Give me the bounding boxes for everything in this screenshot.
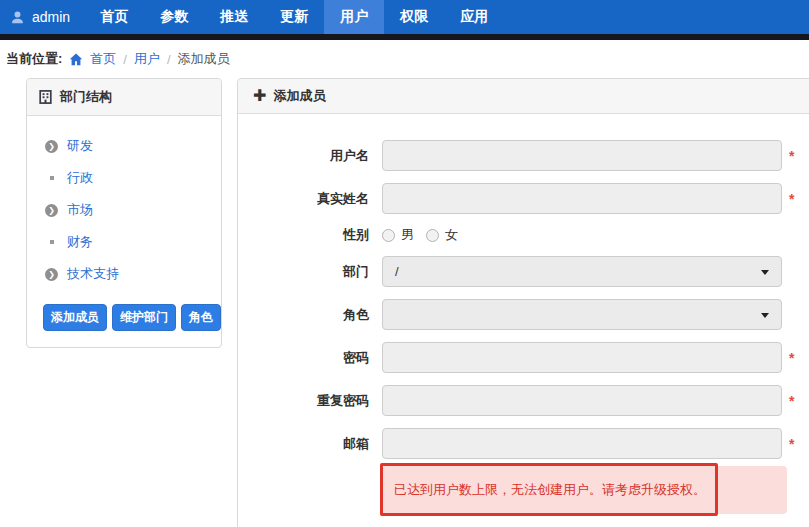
breadcrumb-item-users[interactable]: 用户 bbox=[134, 50, 160, 68]
current-user[interactable]: admin bbox=[0, 0, 84, 34]
department-panel: 部门结构 ❯研发行政❯市场财务❯技术支持 添加成员维护部门角色 bbox=[26, 78, 222, 348]
nav-menu: 首页参数推送更新用户权限应用 bbox=[84, 0, 504, 34]
breadcrumb-items: 首页/用户/添加成员 bbox=[90, 50, 229, 68]
sidebar-button-add-member[interactable]: 添加成员 bbox=[43, 304, 107, 331]
content-area: 部门结构 ❯研发行政❯市场财务❯技术支持 添加成员维护部门角色 ✚ 添加成员 用… bbox=[26, 78, 809, 527]
form-row-realname: 真实姓名* bbox=[253, 183, 806, 214]
alert-message: 已达到用户数上限，无法创建用户。请考虑升级授权。 bbox=[394, 482, 706, 497]
nav-item-params[interactable]: 参数 bbox=[144, 0, 204, 34]
caret-down-icon bbox=[761, 313, 769, 318]
realname-required-marker: * bbox=[789, 191, 794, 207]
form-row-department: 部门/ bbox=[253, 256, 806, 287]
nav-item-push[interactable]: 推送 bbox=[204, 0, 264, 34]
chevron-circle-icon: ❯ bbox=[45, 140, 58, 153]
nav-item-apps[interactable]: 应用 bbox=[444, 0, 504, 34]
gender-label: 性别 bbox=[253, 226, 369, 244]
building-icon bbox=[39, 90, 52, 104]
gender-radio-0[interactable] bbox=[382, 229, 395, 242]
breadcrumb-label: 当前位置: bbox=[6, 50, 62, 68]
form-row-role: 角色 bbox=[253, 299, 806, 330]
tree-link-dev[interactable]: 研发 bbox=[67, 137, 93, 155]
role-label: 角色 bbox=[253, 306, 369, 324]
form-row-email: 邮箱* bbox=[253, 428, 806, 459]
sidebar-button-roles[interactable]: 角色 bbox=[181, 304, 221, 331]
form-row-password: 密码* bbox=[253, 342, 806, 373]
breadcrumb-item-add-member: 添加成员 bbox=[178, 50, 230, 68]
form-row-gender: 性别男女 bbox=[253, 226, 806, 244]
tree-item-finance[interactable]: 财务 bbox=[43, 226, 209, 258]
form-row-username: 用户名* bbox=[253, 140, 806, 171]
user-name: admin bbox=[32, 9, 70, 25]
alert-row: 已达到用户数上限，无法创建用户。请考虑升级授权。 bbox=[382, 466, 787, 514]
department-label: 部门 bbox=[253, 263, 369, 281]
tree-item-dev[interactable]: ❯研发 bbox=[43, 130, 209, 162]
nav-item-perms[interactable]: 权限 bbox=[384, 0, 444, 34]
nav-item-update[interactable]: 更新 bbox=[264, 0, 324, 34]
nav-item-home[interactable]: 首页 bbox=[84, 0, 144, 34]
home-icon bbox=[69, 53, 83, 66]
department-panel-header: 部门结构 bbox=[27, 79, 221, 116]
add-member-form: 用户名*真实姓名*性别男女部门/角色密码*重复密码*邮箱* bbox=[253, 140, 806, 459]
breadcrumb-separator: / bbox=[123, 52, 127, 67]
tree-item-admin-dept[interactable]: 行政 bbox=[43, 162, 209, 194]
chevron-circle-icon: ❯ bbox=[45, 268, 58, 281]
nav-item-users[interactable]: 用户 bbox=[324, 0, 384, 34]
gender-option-label-0: 男 bbox=[401, 226, 414, 244]
username-required-marker: * bbox=[789, 148, 794, 164]
bullet-icon bbox=[50, 176, 54, 180]
department-panel-body: ❯研发行政❯市场财务❯技术支持 添加成员维护部门角色 bbox=[27, 116, 221, 347]
bullet-icon bbox=[50, 240, 54, 244]
password-repeat-required-marker: * bbox=[789, 393, 794, 409]
password-input[interactable] bbox=[382, 342, 782, 373]
sidebar-button-manage-dept[interactable]: 维护部门 bbox=[112, 304, 176, 331]
breadcrumb-separator: / bbox=[167, 52, 171, 67]
password-label: 密码 bbox=[253, 349, 369, 367]
tree-link-market[interactable]: 市场 bbox=[67, 201, 93, 219]
top-navbar: admin 首页参数推送更新用户权限应用 bbox=[0, 0, 809, 34]
chevron-circle-icon: ❯ bbox=[45, 204, 58, 217]
gender-radio-group: 男女 bbox=[382, 226, 782, 244]
realname-label: 真实姓名 bbox=[253, 190, 369, 208]
tree-link-finance[interactable]: 财务 bbox=[67, 233, 93, 251]
department-tree: ❯研发行政❯市场财务❯技术支持 bbox=[43, 130, 209, 290]
password-repeat-label: 重复密码 bbox=[253, 392, 369, 410]
tree-link-admin-dept[interactable]: 行政 bbox=[67, 169, 93, 187]
form-row-password-repeat: 重复密码* bbox=[253, 385, 806, 416]
gender-radio-1[interactable] bbox=[426, 229, 439, 242]
add-member-panel-title: 添加成员 bbox=[273, 87, 325, 105]
caret-down-icon bbox=[761, 270, 769, 275]
tree-item-market[interactable]: ❯市场 bbox=[43, 194, 209, 226]
add-member-panel-body: 用户名*真实姓名*性别男女部门/角色密码*重复密码*邮箱* 已达到用户数上限，无… bbox=[238, 114, 809, 527]
email-input[interactable] bbox=[382, 428, 782, 459]
email-required-marker: * bbox=[789, 436, 794, 452]
breadcrumb-item-home[interactable]: 首页 bbox=[90, 50, 116, 68]
department-panel-title: 部门结构 bbox=[60, 88, 112, 106]
username-input[interactable] bbox=[382, 140, 782, 171]
password-required-marker: * bbox=[789, 350, 794, 366]
department-select-value: / bbox=[395, 264, 399, 279]
role-select[interactable] bbox=[382, 299, 782, 330]
username-label: 用户名 bbox=[253, 147, 369, 165]
password-repeat-input[interactable] bbox=[382, 385, 782, 416]
user-icon bbox=[10, 10, 25, 25]
realname-input[interactable] bbox=[382, 183, 782, 214]
sidebar-buttons: 添加成员维护部门角色 bbox=[43, 304, 209, 331]
department-select[interactable]: / bbox=[382, 256, 782, 287]
plus-icon: ✚ bbox=[253, 88, 266, 104]
add-member-panel-header: ✚ 添加成员 bbox=[238, 79, 809, 114]
breadcrumb: 当前位置: 首页/用户/添加成员 bbox=[0, 40, 809, 78]
tree-link-tech-support[interactable]: 技术支持 bbox=[67, 265, 119, 283]
user-limit-alert: 已达到用户数上限，无法创建用户。请考虑升级授权。 bbox=[382, 466, 787, 514]
add-member-panel: ✚ 添加成员 用户名*真实姓名*性别男女部门/角色密码*重复密码*邮箱* 已达到… bbox=[237, 78, 809, 527]
tree-item-tech-support[interactable]: ❯技术支持 bbox=[43, 258, 209, 290]
email-label: 邮箱 bbox=[253, 435, 369, 453]
gender-option-label-1: 女 bbox=[445, 226, 458, 244]
